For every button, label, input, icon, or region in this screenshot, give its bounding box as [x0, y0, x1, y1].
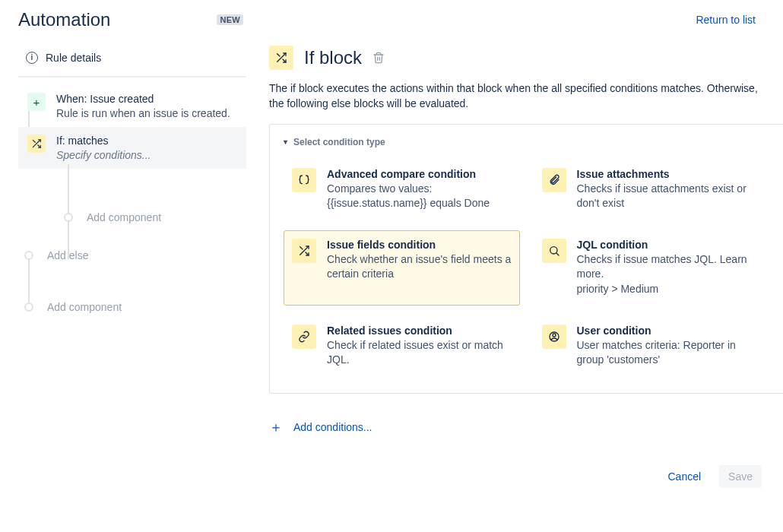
option-title: Advanced compare condition [327, 168, 512, 180]
branch-svg [31, 138, 42, 149]
plus-icon: + [27, 93, 46, 111]
add-conditions-button[interactable]: ＋ Add conditions... [269, 418, 783, 436]
main-description: The if block executes the actions within… [269, 81, 771, 112]
code-braces-icon [292, 168, 316, 192]
attachment-icon [542, 168, 566, 192]
option-title: Issue fields condition [327, 239, 512, 251]
rule-sidebar: Rule details + When: Issue created Rule … [18, 46, 246, 532]
add-else-button[interactable]: Add else [18, 245, 246, 266]
link-icon [292, 325, 316, 349]
svg-point-12 [553, 334, 556, 337]
option-desc: Check whether an issue's field meets a c… [327, 252, 512, 282]
save-button: Save [719, 465, 762, 488]
add-component-button[interactable]: Add component [18, 296, 246, 318]
option-title: JQL condition [577, 239, 762, 251]
when-title: When: Issue created [56, 93, 230, 105]
search-icon [542, 239, 566, 263]
if-block-icon [269, 46, 293, 70]
add-component-button[interactable]: Add component [36, 207, 246, 228]
branch-svg [275, 52, 287, 64]
option-issue-fields[interactable]: Issue fields condition Check whether an … [284, 230, 520, 306]
branch-icon [27, 135, 46, 153]
svg-line-8 [300, 246, 303, 249]
option-issue-attachments[interactable]: Issue attachments Checks if issue attach… [534, 160, 770, 220]
option-desc: Check if related issues exist or match J… [327, 338, 512, 368]
info-icon [26, 52, 38, 64]
add-component-label: Add component [87, 211, 161, 223]
user-icon [542, 325, 566, 349]
expand-label: Select condition type [293, 137, 385, 147]
option-user-condition[interactable]: User condition User matches criteria: Re… [534, 316, 770, 376]
option-desc: Checks if issue attachments exist or don… [577, 182, 762, 211]
svg-line-10 [556, 253, 559, 255]
trash-svg [372, 52, 385, 64]
main-header: If block [269, 46, 783, 70]
tree-dot-icon [24, 302, 33, 312]
add-component-label: Add component [47, 301, 122, 313]
option-desc: Compares two values: {{issue.status.name… [327, 182, 512, 211]
option-desc: Checks if issue matches JQL. Learn more.… [577, 252, 762, 297]
option-advanced-compare[interactable]: Advanced compare condition Compares two … [284, 160, 520, 220]
expand-toggle[interactable]: ▾ Select condition type [284, 137, 769, 147]
add-conditions-label: Add conditions... [293, 421, 372, 433]
rule-details-label: Rule details [46, 52, 101, 64]
svg-line-2 [33, 140, 35, 142]
svg-line-5 [277, 54, 280, 56]
return-to-list-link[interactable]: Return to list [696, 14, 756, 26]
main-title: If block [304, 47, 362, 68]
if-title: If: matches [56, 135, 151, 147]
rule-details-item[interactable]: Rule details [18, 46, 246, 78]
cancel-button[interactable]: Cancel [660, 465, 709, 488]
chevron-down-icon: ▾ [284, 138, 287, 146]
page-title: Automation [18, 9, 110, 30]
option-title: Related issues condition [327, 325, 512, 337]
option-desc: User matches criteria: Reporter in group… [577, 338, 762, 368]
if-subtitle: Specify conditions... [56, 149, 151, 161]
option-jql[interactable]: JQL condition Checks if issue matches JQ… [534, 230, 770, 306]
when-subtitle: Rule is run when an issue is created. [56, 107, 230, 119]
page-header: Automation NEW Return to list [18, 9, 783, 30]
delete-icon[interactable] [372, 52, 385, 64]
add-else-label: Add else [47, 249, 88, 261]
footer: Cancel Save [269, 436, 783, 500]
tree-dot-icon [64, 213, 73, 222]
option-related-issues[interactable]: Related issues condition Check if relate… [284, 316, 520, 376]
tree-dot-icon [24, 251, 33, 260]
new-badge: NEW [217, 14, 243, 25]
shuffle-icon [292, 239, 316, 263]
main-content: If block The if block executes the actio… [246, 46, 783, 532]
plus-icon: ＋ [269, 418, 283, 436]
when-trigger-node[interactable]: + When: Issue created Rule is run when a… [18, 85, 246, 127]
option-title: Issue attachments [577, 168, 762, 180]
if-block-node[interactable]: If: matches Specify conditions... [18, 127, 246, 169]
option-title: User condition [577, 325, 762, 337]
condition-type-panel: ▾ Select condition type Advanced compare… [269, 124, 783, 394]
